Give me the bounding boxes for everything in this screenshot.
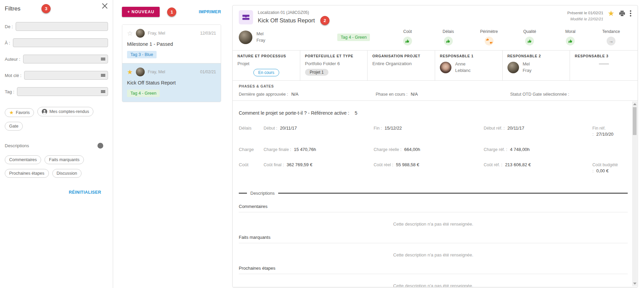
a-date-input[interactable]	[13, 38, 108, 47]
report-body-content: Comment le projet se porte-t-il ? - Réfé…	[233, 101, 632, 287]
scrollbar-thumb[interactable]	[633, 107, 637, 135]
star-filled-icon[interactable]: ★	[127, 69, 133, 75]
app-root: Filtres 3 De : À : Auteur : Mot clé : Ta…	[0, 0, 644, 288]
delais-row: Délais Début :20/11/17 Fin :15/12/22 Déb…	[239, 125, 628, 137]
field-label: Phase en cours :	[376, 92, 408, 97]
scroll-down-icon[interactable]	[633, 283, 637, 285]
discussion-chip-label: Discussion	[57, 171, 77, 176]
filter-row-motcle: Mot clé :	[5, 71, 108, 80]
auteur-input[interactable]	[23, 55, 108, 63]
avatar	[136, 68, 145, 76]
descriptions-filter-header: Descriptions ?	[5, 143, 108, 149]
motcle-label: Mot clé :	[5, 73, 21, 78]
motcle-input[interactable]	[24, 71, 108, 80]
column-header: RESPONSABLE 1	[440, 54, 498, 58]
field-value: N/A	[411, 92, 418, 97]
status-cout: Coût	[387, 29, 428, 45]
filter-row-auteur: Auteur :	[5, 55, 108, 63]
card-title: Milestone 1 - Passed	[127, 41, 216, 47]
star-outline-icon[interactable]: ☆	[127, 30, 133, 37]
field-value: N/A	[291, 92, 299, 97]
status-label: Délais	[428, 29, 469, 34]
scroll-up-icon[interactable]	[633, 103, 637, 105]
faits-marquants-chip[interactable]: Faits marquants	[44, 155, 84, 164]
detail-header: Localization 01 (JA8CGZ05) Kick Off Stat…	[233, 5, 638, 25]
detail-subheader: Mel Fray Tag 4 - Green Coût Délais	[233, 25, 638, 50]
vertical-scrollbar[interactable]	[632, 101, 637, 286]
filters-header: Filtres 3	[5, 4, 108, 13]
row-label: Délais	[239, 126, 264, 131]
filters-count-badge: 3	[41, 4, 51, 13]
faits-marquants-chip-label: Faits marquants	[49, 157, 79, 162]
section-title: Faits marquants	[239, 235, 628, 243]
help-icon[interactable]: ?	[97, 143, 103, 149]
health-question-label: Comment le projet se porte-t-il ? - Réfé…	[239, 110, 349, 116]
project-context: Localization 01 (JA8CGZ05)	[258, 10, 329, 15]
portefeuille-type-cell: PORTEFEUILLE ET TYPE Portfolio Folder 6 …	[300, 51, 368, 80]
last-name: Leblanc	[455, 68, 471, 74]
phases-header: PHASES & GATES	[239, 84, 631, 88]
avatar	[239, 31, 252, 44]
discussion-chip[interactable]: Discussion	[52, 169, 82, 178]
cell-value: 27/10/20	[596, 132, 613, 137]
card-author: Fray, Mel	[148, 31, 165, 36]
list-count-badge: 1	[167, 7, 176, 17]
presented-date: Présenté le 01/02/21	[567, 10, 603, 16]
tag-badge: Tag 4 - Green	[337, 34, 370, 41]
mes-comptes-rendus-chip[interactable]: Mes comptes-rendus	[37, 107, 93, 116]
detail-panel: Localization 01 (JA8CGZ05) Kick Off Stat…	[225, 0, 644, 288]
status-report-icon	[239, 10, 253, 24]
commentaires-chip[interactable]: Commentaires	[5, 155, 41, 164]
report-title: Kick Off Status Report	[258, 17, 315, 24]
star-icon: ★	[9, 111, 14, 114]
nature-value: Projet	[237, 61, 295, 66]
cell-label: Fin :	[374, 126, 382, 131]
cell-value: 20/11/17	[280, 126, 297, 131]
close-icon[interactable]	[101, 2, 109, 11]
cell-value: 15/12/22	[384, 126, 402, 131]
avatar	[136, 29, 145, 38]
column-header: PORTEFEUILLE ET TYPE	[305, 54, 363, 58]
cell-value: 4 748,00h	[510, 147, 530, 152]
prochaines-etapes-chip[interactable]: Prochaines étapes	[5, 169, 49, 178]
responsable1-cell: RESPONSABLE 1 Anne Leblanc	[435, 51, 503, 80]
tag-input[interactable]	[17, 87, 108, 96]
menu-icon[interactable]	[101, 74, 105, 77]
print-icon[interactable]	[619, 10, 625, 17]
gate-chip[interactable]: Gate	[5, 122, 23, 131]
tag-label: Tag :	[5, 89, 14, 94]
status-perimetre: Périmètre	[469, 29, 509, 45]
favoris-chip[interactable]: ★ Favoris	[5, 108, 34, 117]
report-body: Comment le projet se porte-t-il ? - Réfé…	[233, 101, 638, 287]
menu-icon[interactable]	[101, 90, 105, 93]
kebab-menu-icon[interactable]	[630, 10, 631, 17]
cell-label: Coût réf. :	[484, 162, 502, 167]
mes-comptes-rendus-chip-label: Mes comptes-rendus	[49, 109, 89, 114]
faits-marquants-section: Faits marquants Cette description n'a pa…	[239, 235, 628, 257]
card-author: Fray, Mel	[148, 70, 165, 74]
menu-icon[interactable]	[101, 58, 105, 60]
favorite-star-icon[interactable]: ★	[608, 10, 614, 17]
card-title: Kick Off Status Report	[127, 80, 216, 85]
print-link[interactable]: IMPRIMER	[199, 9, 221, 14]
filter-row-tag: Tag :	[5, 87, 108, 96]
charge-row: Charge Charge finale :15 470,76h Charge …	[239, 146, 628, 152]
reset-filters-link[interactable]: RÉINITIALISER	[5, 190, 101, 195]
reference-value: 5	[355, 110, 357, 116]
health-indicators: Coût Délais Périmètre	[387, 29, 631, 45]
responsable2-cell: RESPONSABLE 2 Mel Fray	[503, 51, 570, 80]
tag-badge: Tag 3 - Blue	[127, 51, 157, 58]
auteur-label: Auteur :	[5, 57, 20, 62]
cell-label: Début réf. :	[484, 126, 505, 131]
section-title: Prochaines étapes	[239, 266, 628, 274]
projet-type-chip: Projet 1	[305, 69, 328, 76]
status-moral: Moral	[550, 29, 591, 45]
report-card-kickoff[interactable]: ★ Fray, Mel 01/02/21 Kick Off Status Rep…	[122, 63, 221, 102]
health-question: Comment le projet se porte-t-il ? - Réfé…	[239, 110, 628, 116]
report-card-milestone[interactable]: ☆ Fray, Mel 12/03/21 Milestone 1 - Passe…	[122, 25, 221, 63]
tag-badge: Tag 4 - Green	[127, 90, 160, 97]
new-report-button[interactable]: + NOUVEAU	[122, 7, 160, 17]
author-name: Mel Fray	[256, 31, 265, 44]
card-date: 12/03/21	[200, 31, 216, 36]
de-date-input[interactable]	[16, 22, 108, 31]
